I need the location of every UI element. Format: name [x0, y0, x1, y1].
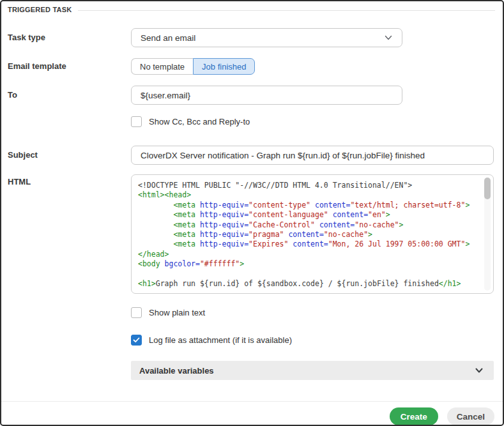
to-input[interactable]: ${user.email} — [131, 86, 402, 105]
editor-scrollbar-thumb[interactable] — [484, 178, 491, 199]
available-variables-row: Available variables — [1, 361, 503, 380]
task-type-value: Send an email — [141, 33, 195, 43]
task-type-row: Task type Send an email — [1, 28, 503, 47]
html-row: HTML <!DOCTYPE HTML PUBLIC "-//W3C//DTD … — [1, 174, 503, 294]
task-type-select[interactable]: Send an email — [131, 28, 402, 47]
show-plain-row: Show plain text — [1, 307, 503, 318]
show-cc-checkbox-row[interactable]: Show Cc, Bcc and Reply-to — [131, 116, 503, 127]
cancel-button[interactable]: Cancel — [447, 407, 494, 425]
footer: Create Cancel — [1, 402, 503, 425]
task-type-label: Task type — [1, 28, 131, 42]
triggered-task-panel: TRIGGERED TASK Task type Send an email E… — [0, 0, 504, 426]
subject-input[interactable]: CloverDX Server notification - Graph run… — [131, 146, 494, 165]
chevron-down-icon — [384, 33, 393, 42]
email-template-option-no-template[interactable]: No template — [131, 58, 193, 75]
subject-value: CloverDX Server notification - Graph run… — [141, 151, 425, 160]
to-value: ${user.email} — [141, 91, 190, 100]
to-label: To — [1, 86, 131, 100]
email-template-label: Email template — [1, 58, 131, 71]
email-template-segmented: No template Job finished — [131, 58, 503, 75]
log-attachment-checkbox[interactable] — [131, 335, 142, 346]
create-button[interactable]: Create — [390, 407, 438, 425]
show-cc-checkbox[interactable] — [131, 116, 142, 127]
show-cc-label: Show Cc, Bcc and Reply-to — [149, 117, 250, 126]
available-variables-toggle[interactable]: Available variables — [131, 361, 494, 380]
show-plain-checkbox-row[interactable]: Show plain text — [131, 307, 503, 318]
log-attachment-row: Log file as attachment (if it is availab… — [1, 335, 503, 346]
email-template-option-job-finished[interactable]: Job finished — [193, 58, 255, 75]
header-divider — [78, 10, 495, 11]
subject-row: Subject CloverDX Server notification - G… — [1, 146, 503, 165]
chevron-down-icon — [475, 366, 484, 375]
show-cc-row: Show Cc, Bcc and Reply-to — [1, 116, 503, 127]
to-row: To ${user.email} — [1, 86, 503, 105]
checkmark-icon — [133, 337, 140, 344]
panel-header: TRIGGERED TASK — [1, 1, 503, 14]
show-plain-checkbox[interactable] — [131, 307, 142, 318]
html-code: <!DOCTYPE HTML PUBLIC "-//W3C//DTD HTML … — [138, 181, 477, 289]
log-attachment-checkbox-row[interactable]: Log file as attachment (if it is availab… — [131, 335, 503, 346]
html-code-editor[interactable]: <!DOCTYPE HTML PUBLIC "-//W3C//DTD HTML … — [131, 174, 494, 294]
log-attachment-label: Log file as attachment (if it is availab… — [149, 335, 292, 345]
editor-scrollbar-track[interactable] — [484, 178, 491, 291]
email-template-row: Email template No template Job finished — [1, 58, 503, 75]
show-plain-label: Show plain text — [149, 308, 205, 317]
subject-label: Subject — [1, 146, 131, 160]
html-label: HTML — [1, 174, 131, 186]
panel-title: TRIGGERED TASK — [8, 6, 72, 13]
available-variables-label: Available variables — [139, 366, 214, 376]
